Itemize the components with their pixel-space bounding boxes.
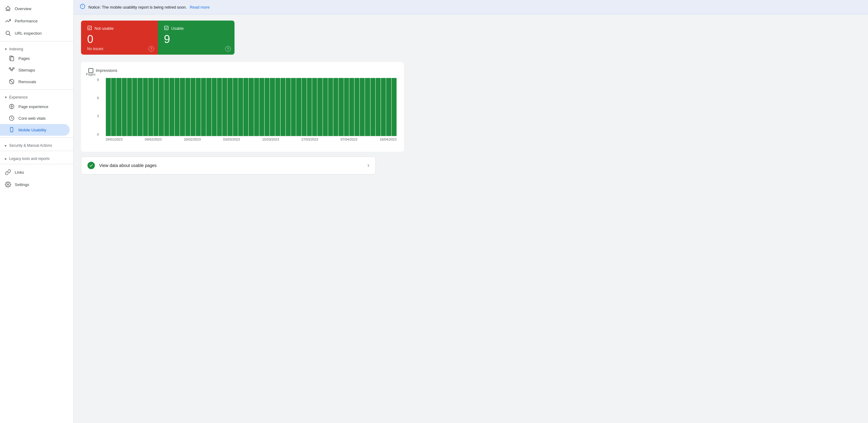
chart-bar <box>159 78 164 136</box>
checkbox-usable-icon <box>164 26 169 31</box>
chart-container: Pages 9 6 3 0 29/01/2023 09/02/2023 <box>88 78 397 146</box>
chart-bar <box>122 78 127 136</box>
chart-bar <box>185 78 190 136</box>
chart-bars <box>105 78 397 136</box>
chart-bar <box>323 78 328 136</box>
chart-bar <box>116 78 121 136</box>
removals-icon <box>9 79 15 85</box>
not-usable-card[interactable]: Not usable 0 No issues ? <box>81 21 158 55</box>
svg-rect-4 <box>9 68 11 69</box>
sitemaps-label: Sitemaps <box>19 68 35 72</box>
section-indexing[interactable]: ▾ Indexing <box>0 43 73 53</box>
chart-bar <box>259 78 264 136</box>
usable-help-icon[interactable]: ? <box>225 46 231 52</box>
sidebar-item-settings[interactable]: Settings <box>0 178 70 191</box>
sidebar-item-url-inspection-label: URL inspection <box>15 31 42 36</box>
sidebar-item-links[interactable]: Links <box>0 166 70 178</box>
not-usable-help-icon[interactable]: ? <box>149 46 154 52</box>
section-indexing-label: Indexing <box>9 47 23 51</box>
sidebar-item-url-inspection[interactable]: URL inspection <box>0 27 70 39</box>
not-usable-sublabel: No issues <box>87 47 152 51</box>
chart-bar <box>317 78 322 136</box>
divider-4 <box>0 151 73 151</box>
chart-bar <box>365 78 370 136</box>
sidebar-item-removals[interactable]: Removals <box>0 76 70 88</box>
notice-read-more-link[interactable]: Read more <box>190 5 210 9</box>
chart-bar <box>328 78 333 136</box>
chart-bar <box>127 78 132 136</box>
sidebar-item-sitemaps[interactable]: Sitemaps <box>0 64 70 76</box>
pages-icon <box>9 55 15 61</box>
chart-bar <box>148 78 153 136</box>
divider-5 <box>0 164 73 164</box>
pages-label: Pages <box>19 56 30 61</box>
sidebar-item-pages[interactable]: Pages <box>0 53 70 64</box>
sidebar-item-page-experience[interactable]: Page experience <box>0 101 70 112</box>
chart-bar <box>196 78 201 136</box>
sidebar-item-mobile-usability[interactable]: Mobile Usability <box>0 124 70 136</box>
chart-bar <box>137 78 143 136</box>
svg-rect-16 <box>10 127 13 132</box>
usable-header: Usable <box>164 26 228 31</box>
sidebar-item-performance-label: Performance <box>15 19 37 23</box>
svg-rect-6 <box>12 68 14 69</box>
sidebar-item-performance[interactable]: Performance <box>0 15 70 27</box>
svg-line-7 <box>10 69 12 70</box>
links-label: Links <box>15 170 24 175</box>
chart-bar <box>132 78 137 136</box>
chart-bar <box>386 78 391 136</box>
svg-point-0 <box>6 31 9 35</box>
chart-inner: 9 6 3 0 29/01/2023 09/02/2023 20/02/2023… <box>97 78 397 146</box>
impressions-label: Impressions <box>96 68 117 73</box>
page-experience-label: Page experience <box>19 104 49 109</box>
view-data-button[interactable]: View data about usable pages › <box>81 156 376 174</box>
notice-text: Notice: The mobile usability report is b… <box>88 5 187 9</box>
chart-bar <box>354 78 360 136</box>
chart-bar <box>249 78 253 136</box>
section-legacy[interactable]: ▸ Legacy tools and reports <box>0 153 73 162</box>
chart-bar <box>233 78 238 136</box>
chart-bar <box>312 78 317 136</box>
chart-bar <box>333 78 338 136</box>
search-icon <box>5 30 11 36</box>
not-usable-value: 0 <box>87 33 152 46</box>
chart-bar <box>370 78 375 136</box>
chart-bar <box>238 78 243 136</box>
section-security[interactable]: ▸ Security & Manual Actions <box>0 140 73 149</box>
sidebar-item-overview-label: Overview <box>15 6 31 11</box>
section-legacy-label: Legacy tools and reports <box>9 156 50 161</box>
chart-bar <box>175 78 180 136</box>
checkbox-not-usable-icon <box>87 26 92 31</box>
chart-bar <box>169 78 174 136</box>
svg-point-12 <box>11 106 12 108</box>
chart-bar <box>106 78 111 136</box>
section-experience[interactable]: ▾ Experience <box>0 91 73 101</box>
chart-bar <box>206 78 211 136</box>
view-data-check-icon <box>88 162 95 169</box>
svg-rect-5 <box>11 69 12 70</box>
sidebar-item-overview[interactable]: Overview <box>0 2 70 15</box>
chart-bar <box>360 78 365 136</box>
svg-line-10 <box>10 80 14 84</box>
notice-banner: Notice: The mobile usability report is b… <box>74 0 868 14</box>
settings-icon <box>5 181 11 187</box>
y-axis-labels: 9 6 3 0 <box>97 78 99 136</box>
chart-bar <box>281 78 285 136</box>
usable-card[interactable]: Usable 9 ? <box>158 21 235 55</box>
mobile-icon <box>9 127 15 133</box>
sidebar-item-core-web-vitals[interactable]: Core web vitals <box>0 112 70 124</box>
svg-line-8 <box>12 69 13 70</box>
chart-bar <box>349 78 354 136</box>
core-web-vitals-icon <box>9 115 15 121</box>
chart-bar <box>227 78 232 136</box>
chart-bar <box>212 78 217 136</box>
not-usable-header: Not usable <box>87 26 152 31</box>
chevron-right-icon: ▸ <box>5 143 7 148</box>
page-experience-icon <box>9 103 15 110</box>
chart-bar <box>344 78 349 136</box>
not-usable-label: Not usable <box>95 26 114 31</box>
chart-bar <box>201 78 206 136</box>
settings-label: Settings <box>15 182 29 187</box>
chart-bar <box>180 78 185 136</box>
divider-1 <box>0 41 73 41</box>
